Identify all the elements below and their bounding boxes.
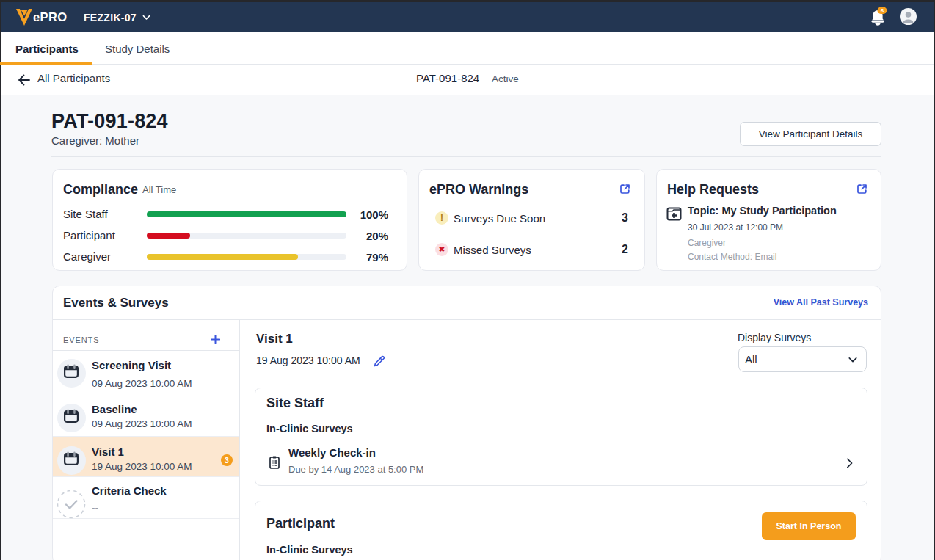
svg-text:6: 6 bbox=[881, 7, 884, 14]
